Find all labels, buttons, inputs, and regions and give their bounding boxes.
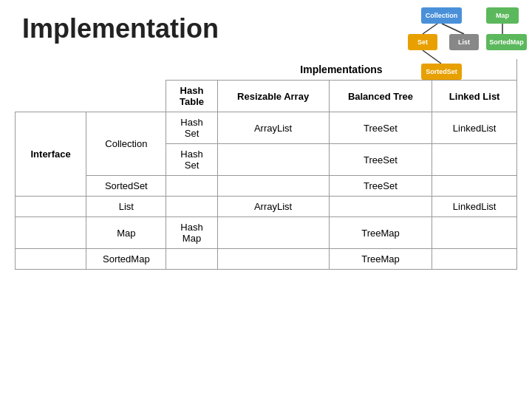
svg-line-1 <box>442 24 464 34</box>
diagram-node-collection: Collection <box>421 7 462 24</box>
table-row: SortedSet TreeSet <box>16 176 517 197</box>
cell-map-linked <box>432 217 517 249</box>
cell-collection-resizable: ArrayList <box>217 112 329 144</box>
cell-map-balanced: TreeMap <box>329 217 432 249</box>
cell-map-hashtable: HashMap <box>166 217 217 249</box>
table-row: Interface Collection HashSet ArrayList T… <box>16 112 517 144</box>
row-map: Map <box>86 217 166 249</box>
cell-list-linked: LinkedList <box>432 197 517 217</box>
cell-sortedmap-resizable <box>217 249 329 270</box>
cell-list-resizable: ArrayList <box>217 197 329 217</box>
corner-cell2 <box>16 81 166 112</box>
cell-sortedset-hashtable <box>166 176 217 197</box>
diagram-node-sortedset: SortedSet <box>421 64 462 80</box>
diagram-node-set: Set <box>408 34 437 50</box>
cell-set-resizable <box>217 144 329 176</box>
class-diagram: Collection Map Set List SortedMap Sorted… <box>377 6 525 95</box>
cell-sortedset-linked <box>432 176 517 197</box>
cell-sortedset-resizable <box>217 176 329 197</box>
row-sortedset: SortedSet <box>86 176 166 197</box>
interface-label4 <box>16 249 86 270</box>
cell-list-balanced <box>329 197 432 217</box>
cell-set-linked <box>432 144 517 176</box>
cell-collection-hashtable: HashSet <box>166 112 217 144</box>
interface-label: Interface <box>16 112 86 197</box>
col-hashtable: HashTable <box>166 81 217 112</box>
cell-set-hashtable: HashSet <box>166 144 217 176</box>
cell-set-balanced: TreeSet <box>329 144 432 176</box>
corner-cell <box>16 59 166 81</box>
cell-sortedmap-linked <box>432 249 517 270</box>
svg-line-0 <box>423 24 437 34</box>
table-row: SortedMap TreeMap <box>16 249 517 270</box>
col-resizable: Resizable Array <box>217 81 329 112</box>
cell-sortedmap-balanced: TreeMap <box>329 249 432 270</box>
row-list: List <box>86 197 166 217</box>
cell-sortedset-balanced: TreeSet <box>329 176 432 197</box>
interface-label3 <box>16 217 86 249</box>
row-sortedmap: SortedMap <box>86 249 166 270</box>
row-collection: Collection <box>86 112 166 176</box>
cell-collection-linked: LinkedList <box>432 112 517 144</box>
diagram-node-list: List <box>449 34 479 50</box>
cell-sortedmap-hashtable <box>166 249 217 270</box>
table-row: List ArrayList LinkedList <box>16 197 517 217</box>
table-row: Map HashMap TreeMap <box>16 217 517 249</box>
interface-label2 <box>16 197 86 217</box>
cell-list-hashtable <box>166 197 217 217</box>
cell-map-resizable <box>217 217 329 249</box>
diagram-node-sortedmap: SortedMap <box>486 34 527 50</box>
cell-collection-balanced: TreeSet <box>329 112 432 144</box>
svg-line-2 <box>423 50 441 64</box>
diagram-node-map: Map <box>486 7 519 24</box>
